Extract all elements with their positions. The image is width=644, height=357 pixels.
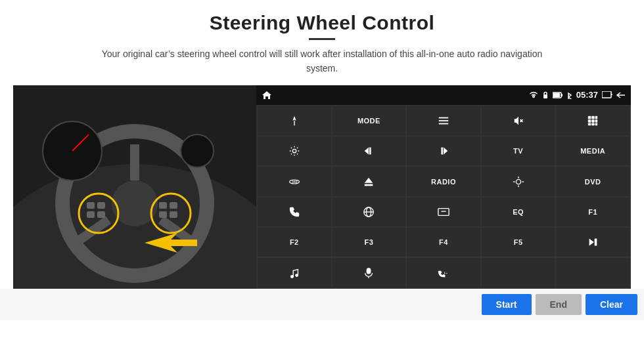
btn-navigate[interactable] bbox=[258, 106, 331, 135]
svg-rect-31 bbox=[439, 123, 448, 125]
btn-playpause[interactable] bbox=[556, 228, 630, 257]
svg-rect-17 bbox=[159, 202, 167, 209]
svg-marker-50 bbox=[365, 177, 373, 182]
status-time: 05:37 bbox=[576, 90, 598, 100]
svg-rect-12 bbox=[87, 202, 95, 209]
svg-rect-37 bbox=[588, 119, 591, 123]
page-subtitle: Your original car’s steering wheel contr… bbox=[99, 47, 545, 76]
btn-brightness[interactable] bbox=[482, 167, 555, 196]
svg-rect-42 bbox=[595, 123, 598, 126]
action-bar: Start End Clear bbox=[0, 289, 644, 320]
svg-rect-15 bbox=[97, 211, 105, 218]
btn-eject[interactable] bbox=[333, 167, 406, 196]
btn-screen[interactable] bbox=[407, 198, 480, 226]
svg-marker-46 bbox=[444, 148, 448, 155]
btn-mode[interactable]: MODE bbox=[333, 106, 406, 135]
svg-rect-26 bbox=[561, 94, 563, 96]
svg-point-3 bbox=[112, 180, 158, 226]
btn-prev[interactable] bbox=[333, 136, 406, 165]
svg-rect-47 bbox=[441, 148, 443, 155]
btn-mute[interactable] bbox=[482, 106, 555, 135]
svg-point-10 bbox=[181, 135, 214, 167]
btn-settings[interactable] bbox=[258, 136, 331, 165]
svg-rect-36 bbox=[595, 116, 598, 119]
clear-button[interactable]: Clear bbox=[586, 294, 637, 315]
status-right: 05:37 bbox=[529, 90, 626, 100]
svg-rect-41 bbox=[591, 123, 595, 126]
btn-tv[interactable]: TV bbox=[482, 136, 555, 165]
btn-phone[interactable] bbox=[258, 198, 331, 226]
svg-point-52 bbox=[516, 179, 520, 184]
svg-rect-30 bbox=[439, 120, 448, 121]
btn-next[interactable] bbox=[407, 136, 480, 165]
svg-rect-29 bbox=[439, 117, 448, 119]
btn-radio[interactable]: RADIO bbox=[407, 167, 480, 196]
svg-rect-60 bbox=[438, 209, 449, 216]
svg-text:360: 360 bbox=[292, 180, 298, 183]
svg-rect-66 bbox=[367, 268, 371, 273]
end-button[interactable]: End bbox=[536, 294, 582, 315]
button-grid: MODE TV bbox=[256, 105, 631, 289]
svg-rect-35 bbox=[591, 116, 595, 119]
btn-f4[interactable]: F4 bbox=[407, 228, 480, 257]
btn-dvd[interactable]: DVD bbox=[556, 167, 630, 196]
btn-music[interactable] bbox=[258, 258, 331, 287]
content-area: 05:37 MODE bbox=[13, 85, 631, 289]
btn-apps[interactable] bbox=[556, 106, 630, 135]
start-button[interactable]: Start bbox=[482, 294, 532, 315]
status-left bbox=[262, 91, 272, 100]
svg-rect-23 bbox=[543, 94, 547, 98]
svg-rect-13 bbox=[97, 202, 105, 209]
svg-rect-14 bbox=[87, 211, 95, 218]
page-title: Steering Wheel Control bbox=[210, 12, 435, 34]
btn-360[interactable]: 360 bbox=[258, 167, 331, 196]
svg-rect-27 bbox=[602, 91, 611, 98]
svg-rect-20 bbox=[170, 211, 177, 218]
btn-empty1[interactable] bbox=[482, 258, 555, 287]
status-bar: 05:37 bbox=[256, 85, 631, 105]
svg-point-43 bbox=[292, 150, 296, 153]
svg-rect-63 bbox=[595, 239, 597, 246]
btn-eq[interactable]: EQ bbox=[482, 198, 555, 226]
btn-media[interactable]: MEDIA bbox=[556, 136, 630, 165]
svg-text:/~: /~ bbox=[444, 271, 448, 275]
btn-vol-phone[interactable]: /~ bbox=[407, 258, 480, 287]
btn-f5[interactable]: F5 bbox=[482, 228, 555, 257]
svg-point-64 bbox=[290, 275, 293, 278]
svg-point-65 bbox=[296, 274, 298, 276]
svg-rect-39 bbox=[595, 119, 598, 123]
car-image bbox=[13, 85, 256, 289]
btn-f1[interactable]: F1 bbox=[556, 198, 630, 226]
svg-marker-22 bbox=[262, 91, 271, 99]
svg-rect-38 bbox=[591, 119, 595, 123]
svg-rect-45 bbox=[369, 148, 371, 155]
svg-rect-19 bbox=[159, 211, 167, 218]
btn-mic[interactable] bbox=[333, 258, 406, 287]
svg-rect-18 bbox=[170, 202, 177, 209]
svg-marker-44 bbox=[365, 148, 369, 155]
control-panel: 05:37 MODE bbox=[256, 85, 631, 289]
svg-rect-25 bbox=[553, 93, 560, 97]
btn-f3[interactable]: F3 bbox=[333, 228, 406, 257]
svg-marker-62 bbox=[589, 239, 594, 246]
btn-f2[interactable]: F2 bbox=[258, 228, 331, 257]
svg-rect-51 bbox=[365, 184, 373, 186]
btn-browse[interactable] bbox=[333, 198, 406, 226]
svg-rect-34 bbox=[588, 116, 591, 119]
title-divider bbox=[309, 38, 335, 40]
btn-list[interactable] bbox=[407, 106, 480, 135]
svg-rect-40 bbox=[588, 123, 591, 126]
btn-empty2[interactable] bbox=[556, 258, 630, 287]
page-container: Steering Wheel Control Your original car… bbox=[0, 0, 644, 357]
